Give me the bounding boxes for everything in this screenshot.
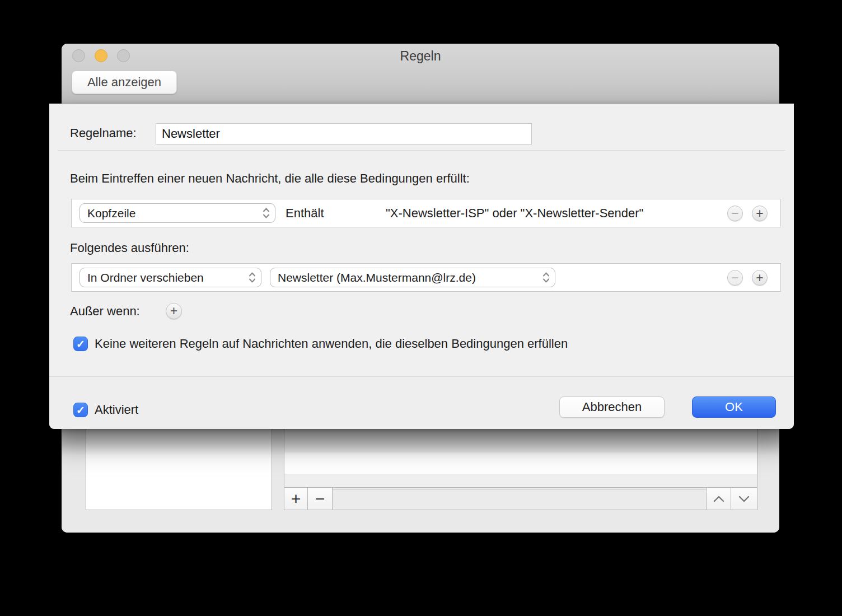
chevron-down-icon [737, 495, 751, 503]
table-row [284, 452, 757, 474]
divider [58, 150, 785, 151]
stop-rule-label: Keine weiteren Regeln auf Nachrichten an… [95, 337, 568, 351]
stop-rule-row: ✓ Keine weiteren Regeln auf Nachrichten … [73, 337, 568, 351]
condition-field-value: Kopfzeile [87, 207, 259, 220]
window-title: Regeln [62, 49, 779, 64]
show-all-button[interactable]: Alle anzeigen [72, 71, 177, 94]
actions-header: Folgendes ausführen: [70, 241, 189, 255]
remove-condition-button[interactable]: − [727, 206, 743, 221]
updown-chevrons-icon [542, 271, 550, 284]
add-condition-button[interactable]: + [752, 206, 768, 221]
rule-edit-sheet: Regelname: Beim Eintreffen einer neuen N… [49, 104, 794, 429]
cancel-button[interactable]: Abbrechen [559, 396, 665, 418]
condition-value-text: "X-Newsletter-ISP" oder "X-Newsletter-Se… [386, 199, 643, 227]
condition-row: Kopfzeile Enthält "X-Newsletter-ISP" ode… [71, 199, 781, 227]
action-row: In Ordner verschieben Newsletter (Max.Mu… [71, 263, 781, 292]
add-row-button[interactable]: + [284, 488, 308, 510]
remove-row-button[interactable]: − [308, 488, 333, 510]
window-titlebar[interactable]: Regeln Alle anzeigen [62, 44, 779, 104]
sheet-footer [49, 377, 794, 429]
remove-action-button[interactable]: − [727, 270, 743, 286]
stop-rule-checkbox[interactable]: ✓ [73, 337, 88, 351]
table-row [284, 474, 757, 488]
condition-field-dropdown[interactable]: Kopfzeile [79, 203, 275, 223]
check-icon: ✓ [76, 339, 85, 349]
add-action-button[interactable]: + [752, 270, 768, 286]
horizontal-scrollbar-track[interactable] [333, 488, 706, 510]
divider [49, 376, 794, 377]
updown-chevrons-icon [248, 271, 256, 284]
action-type-dropdown[interactable]: In Ordner verschieben [79, 268, 261, 287]
ok-button[interactable]: OK [692, 396, 776, 418]
updown-chevrons-icon [262, 207, 270, 220]
rule-name-label: Regelname: [70, 126, 137, 141]
table-controls-bar: + − [284, 487, 757, 510]
exceptions-label: Außer wenn: [70, 304, 140, 319]
enabled-row: ✓ Aktiviert [73, 403, 138, 417]
enabled-label: Aktiviert [95, 403, 138, 417]
move-up-button[interactable] [706, 488, 731, 510]
chevron-up-icon [712, 495, 726, 503]
conditions-header: Beim Eintreffen einer neuen Nachricht, d… [70, 171, 470, 186]
rule-name-input[interactable] [156, 123, 532, 144]
add-exception-button[interactable]: + [166, 303, 182, 319]
action-folder-value: Newsletter (Max.Mustermann@lrz.de) [278, 271, 539, 284]
check-icon: ✓ [76, 405, 85, 416]
screen-background: Regeln Alle anzeigen + − [0, 0, 842, 616]
move-down-button[interactable] [731, 488, 757, 510]
action-type-value: In Ordner verschieben [87, 271, 245, 284]
condition-operator-label: Enthält [286, 199, 324, 227]
action-folder-dropdown[interactable]: Newsletter (Max.Mustermann@lrz.de) [270, 268, 555, 287]
enabled-checkbox[interactable]: ✓ [73, 403, 88, 417]
